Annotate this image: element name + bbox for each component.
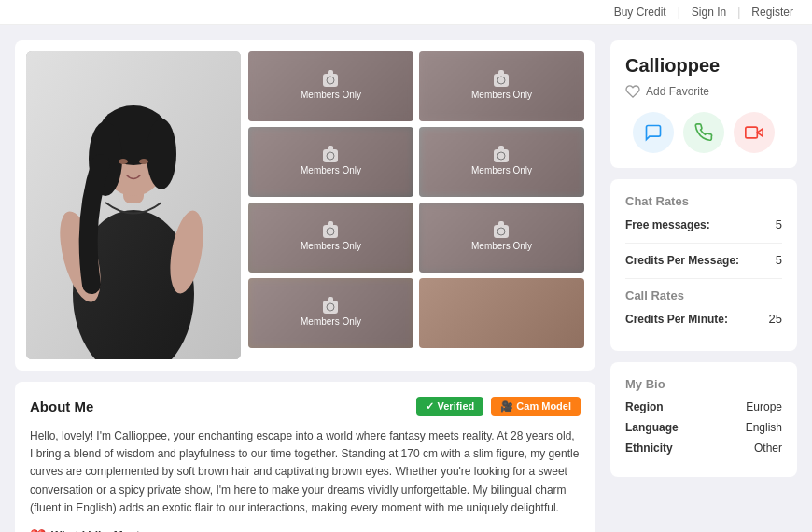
camera-icon-3 <box>323 149 338 162</box>
photo-thumb-8[interactable] <box>419 278 584 348</box>
likes-section: ❤️ What I Like Most <box>30 528 581 532</box>
language-row: Language English <box>625 421 782 434</box>
add-favorite-button[interactable]: Add Favorite <box>625 84 782 99</box>
buy-credit-link[interactable]: Buy Credit <box>614 6 666 19</box>
region-value: Europe <box>746 400 782 413</box>
free-messages-value: 5 <box>776 217 782 231</box>
action-buttons <box>625 112 782 153</box>
photo-thumb-5[interactable]: Members Only <box>248 203 413 273</box>
camera-icon-4 <box>494 149 509 162</box>
credits-per-minute-value: 25 <box>769 312 782 326</box>
free-messages-row: Free messages: 5 <box>625 217 782 244</box>
register-link[interactable]: Register <box>751 6 793 19</box>
free-messages-label: Free messages: <box>625 217 710 233</box>
credits-per-message-label: Credits Per Message: <box>625 253 739 269</box>
photo-grid: Members Only Members Only Members Only <box>248 51 584 359</box>
credits-per-message-row: Credits Per Message: 5 <box>625 253 782 279</box>
chat-rates-title: Chat Rates <box>625 194 782 208</box>
photo-thumb-2[interactable]: Members Only <box>419 51 584 121</box>
svg-point-11 <box>139 159 148 164</box>
phone-icon <box>694 123 713 142</box>
svg-point-9 <box>147 119 176 189</box>
heart-icon <box>625 84 640 99</box>
language-value: English <box>746 421 782 434</box>
about-title: About Me <box>30 399 93 414</box>
photo-thumb-4[interactable]: Members Only <box>419 127 584 197</box>
svg-marker-12 <box>757 129 763 136</box>
ethnicity-label: Ethnicity <box>625 441 673 455</box>
add-favorite-label: Add Favorite <box>646 85 709 98</box>
camera-icon-5 <box>323 225 338 238</box>
left-column: Members Only Members Only Members Only <box>15 40 595 532</box>
right-column: Callioppee Add Favorite <box>610 40 797 532</box>
call-rates-title: Call Rates <box>625 288 782 302</box>
ethnicity-row: Ethnicity Other <box>625 441 782 455</box>
top-navigation: Buy Credit | Sign In | Register <box>0 0 812 25</box>
about-text: Hello, lovely! I'm Callioppee, your ench… <box>30 427 581 517</box>
region-label: Region <box>625 400 664 413</box>
ethnicity-value: Other <box>754 441 782 455</box>
photo-thumb-1[interactable]: Members Only <box>248 51 413 121</box>
region-row: Region Europe <box>625 400 782 413</box>
camera-icon-1 <box>323 74 338 87</box>
main-profile-photo <box>26 51 241 359</box>
chat-button[interactable] <box>633 112 674 153</box>
camera-icon-7 <box>323 301 338 314</box>
camera-icon-6 <box>494 225 509 238</box>
verified-badge: ✓ Verified <box>416 397 483 416</box>
camera-icon-2 <box>494 74 509 87</box>
chat-icon <box>644 123 663 142</box>
about-section: About Me ✓ Verified 🎥 Cam Model Hello, l… <box>15 382 595 532</box>
photo-thumb-6[interactable]: Members Only <box>419 203 584 273</box>
about-header: About Me ✓ Verified 🎥 Cam Model <box>30 397 581 416</box>
credits-per-message-value: 5 <box>776 253 782 267</box>
heart-emoji: ❤️ <box>30 528 46 532</box>
credits-per-minute-label: Credits Per Minute: <box>625 312 728 328</box>
photo-thumb-3[interactable]: Members Only <box>248 127 413 197</box>
video-icon <box>745 123 763 142</box>
profile-name: Callioppee <box>625 55 782 77</box>
language-label: Language <box>625 421 679 434</box>
bio-card: My Bio Region Europe Language English Et… <box>610 362 797 477</box>
svg-point-10 <box>119 159 128 164</box>
nav-divider-1: | <box>678 6 680 19</box>
rates-card: Chat Rates Free messages: 5 Credits Per … <box>610 179 797 351</box>
call-button[interactable] <box>683 112 724 153</box>
sign-in-link[interactable]: Sign In <box>692 6 726 19</box>
svg-rect-13 <box>746 127 758 138</box>
photos-section: Members Only Members Only Members Only <box>15 40 595 371</box>
bio-title: My Bio <box>625 377 782 391</box>
profile-card: Callioppee Add Favorite <box>610 40 797 168</box>
nav-divider-2: | <box>737 6 740 19</box>
credits-per-minute-row: Credits Per Minute: 25 <box>625 312 782 337</box>
badge-group: ✓ Verified 🎥 Cam Model <box>416 397 581 416</box>
cam-model-badge: 🎥 Cam Model <box>491 397 581 416</box>
photo-thumb-7[interactable]: Members Only <box>248 278 413 348</box>
main-wrapper: Members Only Members Only Members Only <box>0 25 812 532</box>
video-button[interactable] <box>734 112 775 153</box>
